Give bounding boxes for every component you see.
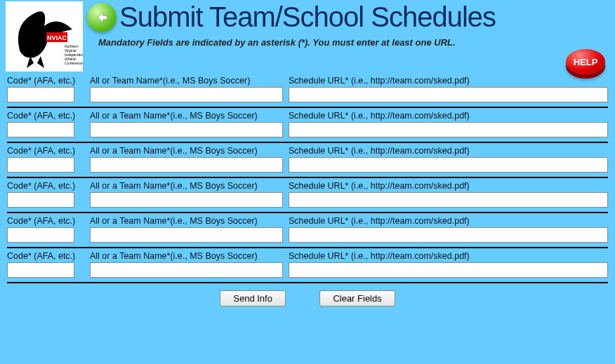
url-input[interactable] — [289, 262, 608, 278]
team-input[interactable] — [90, 192, 283, 208]
code-label: Code* (AFA, etc.) — [7, 111, 84, 121]
url-input[interactable] — [289, 157, 608, 173]
team-input[interactable] — [90, 157, 283, 173]
url-input[interactable] — [289, 122, 608, 137]
team-label: All or a Team Name*(i.e., MS Boys Soccer… — [90, 146, 283, 156]
code-input[interactable] — [7, 122, 74, 137]
url-label: Schedule URL* (i.e., http://team.com/ske… — [289, 111, 608, 121]
schedule-row: Code* (AFA, etc.) All or a Team Name*(i.… — [7, 180, 608, 213]
url-input[interactable] — [289, 87, 608, 102]
back-button[interactable] — [87, 3, 117, 32]
send-info-button[interactable]: Send Info — [220, 290, 286, 306]
code-label: Code* (AFA, etc.) — [7, 216, 84, 226]
team-label: All or a Team Name*(i.e., MS Boys Soccer… — [90, 251, 283, 261]
team-label: All or a Team Name*(i.e., MS Boys Soccer… — [90, 181, 283, 191]
clear-fields-button[interactable]: Clear Fields — [319, 290, 395, 306]
team-input[interactable] — [90, 227, 283, 243]
team-input[interactable] — [90, 122, 283, 137]
schedule-row: Code* (AFA, etc.) All or a Team Name*(i.… — [7, 144, 608, 178]
code-input[interactable] — [7, 262, 74, 278]
code-label: Code* (AFA, etc.) — [7, 251, 84, 261]
page-title: Submit Team/School Schedules — [119, 1, 496, 33]
url-input[interactable] — [289, 227, 608, 243]
url-label: Schedule URL* (i.e., http://team.com/ske… — [289, 216, 608, 226]
help-button[interactable]: HELP — [566, 49, 605, 80]
url-input[interactable] — [289, 192, 608, 208]
team-input[interactable] — [90, 262, 283, 278]
code-label: Code* (AFA, etc.) — [7, 181, 84, 191]
team-label: All or a Team Name*(i.e., MS Boys Soccer… — [90, 111, 283, 121]
schedule-row: Code* (AFA, etc.) All or a Team Name*(i.… — [7, 109, 608, 143]
url-label: Schedule URL* (i.e., http://team.com/ske… — [289, 181, 608, 191]
team-label: All or Team Name*(i.e., MS Boys Soccer) — [90, 76, 283, 86]
code-input[interactable] — [7, 157, 74, 173]
team-input[interactable] — [90, 87, 283, 102]
team-label: All or a Team Name*(i.e., MS Boys Soccer… — [90, 216, 283, 226]
code-label: Code* (AFA, etc.) — [7, 76, 84, 86]
url-label: Schedule URL* (i.e., http://team.com/ske… — [289, 146, 608, 156]
nviac-logo: NVIAC Northern Virginia Independent Athl… — [6, 1, 83, 72]
schedule-row: Code* (AFA, etc.) All or Team Name*(i.e.… — [7, 74, 608, 108]
code-input[interactable] — [7, 192, 74, 208]
url-label: Schedule URL* (i.e., http://team.com/ske… — [289, 251, 608, 261]
code-input[interactable] — [7, 227, 74, 243]
svg-text:Conference: Conference — [65, 61, 83, 65]
url-label: Schedule URL* (i.e., http://team.com/ske… — [289, 76, 608, 86]
schedule-row: Code* (AFA, etc.) All or a Team Name*(i.… — [7, 250, 608, 283]
svg-text:NVIAC: NVIAC — [47, 34, 67, 41]
code-input[interactable] — [7, 87, 74, 102]
schedule-form: Code* (AFA, etc.) All or Team Name*(i.e.… — [0, 72, 615, 306]
schedule-row: Code* (AFA, etc.) All or a Team Name*(i.… — [7, 215, 608, 248]
code-label: Code* (AFA, etc.) — [7, 146, 84, 156]
help-label: HELP — [574, 57, 598, 67]
subtitle: Mandatory Fields are indicated by an ast… — [98, 37, 609, 48]
